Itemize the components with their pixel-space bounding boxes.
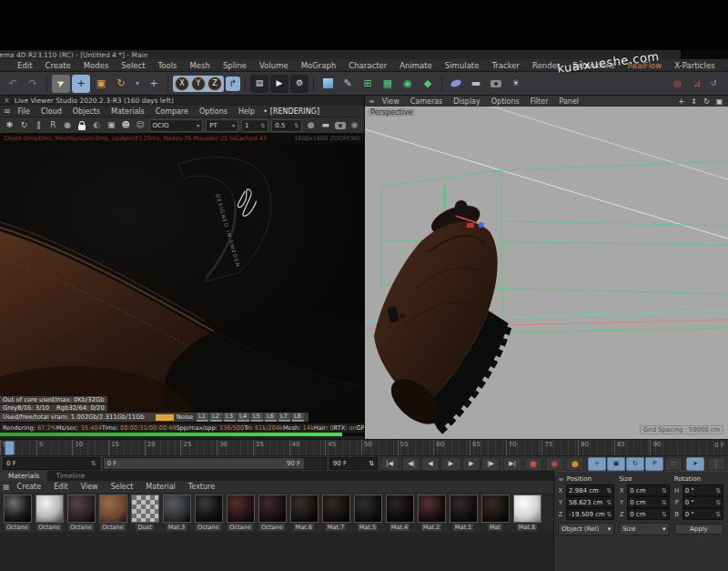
material-thumbnail[interactable] bbox=[450, 495, 478, 523]
material-item[interactable]: Octane bbox=[2, 495, 33, 531]
live-viewer-menu-item[interactable]: Cloud bbox=[35, 107, 67, 116]
material-thumbnail[interactable] bbox=[35, 495, 64, 523]
camera-button[interactable] bbox=[487, 75, 505, 93]
reset-psr-icon[interactable]: ↺ bbox=[708, 75, 719, 93]
material-menu-item[interactable]: Select bbox=[105, 483, 140, 491]
keying-states-icon[interactable]: ⋮ bbox=[707, 457, 725, 471]
material-menu-item[interactable]: View bbox=[75, 483, 105, 491]
live-viewer-menu-item[interactable]: File bbox=[13, 107, 35, 116]
menu-item[interactable]: Create bbox=[38, 61, 76, 70]
reset-render-icon[interactable]: R bbox=[47, 119, 59, 132]
lv-filmstrip-icon[interactable]: ▬ bbox=[319, 119, 331, 132]
material-thumbnail[interactable] bbox=[227, 495, 255, 523]
dolly-view-icon[interactable]: ↕ bbox=[689, 97, 699, 107]
material-thumbnail[interactable] bbox=[258, 495, 287, 523]
viewport-menu-item[interactable]: Options bbox=[486, 97, 525, 106]
render-preview-area[interactable]: DESIGNED IN SWEDEN Out of core used/max:… bbox=[0, 144, 364, 423]
preview-range-fill[interactable]: 0 F 90 F bbox=[104, 458, 304, 469]
kernel-ball-icon[interactable]: ● bbox=[62, 119, 74, 132]
scale-tool[interactable]: ▣ bbox=[92, 75, 110, 93]
material-menu-item[interactable]: Create bbox=[11, 483, 48, 491]
menu-item[interactable]: Mesh bbox=[184, 61, 217, 70]
timeline-tick[interactable]: 65 bbox=[470, 440, 506, 455]
key-position-toggle[interactable]: + bbox=[588, 457, 606, 471]
material-item[interactable]: Mat.1 bbox=[448, 495, 479, 531]
menu-item[interactable]: Character bbox=[342, 61, 393, 70]
render-settings-button[interactable]: ⚙ bbox=[290, 75, 308, 93]
timeline-tick[interactable]: 40 bbox=[289, 440, 326, 455]
apply-button[interactable]: Apply bbox=[674, 524, 723, 535]
simulate-icon[interactable]: ◉ bbox=[399, 75, 417, 93]
material-thumbnail[interactable] bbox=[4, 495, 32, 523]
coordinate-system-button[interactable]: ↱ bbox=[226, 76, 240, 91]
viewport-view-label[interactable]: Perspective bbox=[368, 108, 415, 117]
noise-level-button[interactable]: L7 bbox=[278, 413, 290, 422]
add-cube-button[interactable] bbox=[318, 75, 337, 93]
add-tool-icon[interactable]: + bbox=[145, 75, 163, 93]
spinner-icon[interactable]: ⇅ bbox=[715, 487, 721, 495]
spinner-icon[interactable]: ⇅ bbox=[662, 511, 667, 518]
pause-render-icon[interactable]: ‖ bbox=[33, 119, 45, 132]
noise-level-button[interactable]: L6 bbox=[265, 413, 277, 422]
material-menu-item[interactable]: Texture bbox=[182, 483, 221, 491]
timeline-tick[interactable]: 75 bbox=[541, 440, 578, 455]
last-tool-icon[interactable]: ▾ bbox=[132, 75, 143, 93]
panel-tab[interactable]: Timeline bbox=[47, 471, 93, 481]
material-thumbnail[interactable] bbox=[481, 495, 510, 523]
live-selection-tool[interactable]: ➤ bbox=[52, 75, 70, 93]
lv-target-icon[interactable]: ◉ bbox=[349, 119, 360, 132]
key-rotation-toggle[interactable]: ↻ bbox=[626, 457, 644, 471]
size-mode-dropdown[interactable]: Size ▾ bbox=[619, 523, 669, 535]
menu-item[interactable]: Edit bbox=[11, 61, 38, 70]
size-field[interactable]: 0 cm ⇅ bbox=[627, 484, 669, 496]
goto-end-button[interactable]: ▶| bbox=[503, 457, 521, 471]
timeline-tick[interactable]: 85 bbox=[614, 440, 651, 455]
material-menu-item[interactable]: Material bbox=[139, 483, 182, 491]
y-axis-lock-button[interactable]: Y bbox=[191, 76, 206, 91]
x-axis-lock-button[interactable]: X bbox=[175, 76, 189, 91]
spinner-icon[interactable]: ⇅ bbox=[606, 511, 612, 518]
noise-level-button[interactable]: L3 bbox=[224, 413, 236, 422]
live-viewer-menu-item[interactable]: Options bbox=[194, 107, 233, 116]
record-button[interactable]: ● bbox=[524, 457, 542, 471]
spinner-icon[interactable]: ⇅ bbox=[606, 487, 612, 495]
material-list-empty-area[interactable] bbox=[0, 533, 553, 571]
move-tool[interactable]: + bbox=[72, 75, 90, 93]
viewport-menu-item[interactable]: Filter bbox=[525, 97, 554, 106]
timeline-ruler[interactable]: 051015202530354045505560657075808590 0 F bbox=[0, 439, 728, 455]
selection-pointer-icon[interactable]: ➤ bbox=[686, 457, 704, 471]
live-viewer-menu-item[interactable]: Compare bbox=[150, 107, 194, 116]
clay-mode-icon[interactable]: ◐ bbox=[91, 119, 103, 132]
field-icon[interactable]: ◆ bbox=[419, 75, 437, 93]
goto-start-button[interactable]: |◀ bbox=[380, 457, 399, 471]
material-item[interactable]: Octane bbox=[193, 495, 224, 531]
timeline-tick[interactable]: 30 bbox=[217, 440, 253, 455]
lv-camera-icon[interactable] bbox=[334, 119, 346, 132]
menu-item[interactable]: X-Particles bbox=[668, 61, 721, 70]
timeline-tick[interactable]: 80 bbox=[578, 440, 614, 455]
noise-level-button[interactable]: L8 bbox=[292, 413, 304, 422]
viewport-menu-item[interactable]: View bbox=[377, 97, 405, 106]
size-field[interactable]: 0 cm ⇅ bbox=[627, 496, 669, 508]
viewport-menu-item[interactable]: Display bbox=[448, 97, 486, 106]
samples-spinner[interactable]: 1 ⇅ bbox=[241, 119, 268, 132]
panel-tab[interactable]: Materials bbox=[0, 471, 47, 481]
timeline-tick[interactable]: 20 bbox=[145, 440, 181, 455]
material-item[interactable]: Mat.5 bbox=[352, 495, 383, 531]
rotation-field[interactable]: 0 ° ⇅ bbox=[682, 496, 723, 508]
timeline-tick[interactable]: 25 bbox=[180, 440, 217, 455]
key-scale-toggle[interactable]: ▣ bbox=[607, 457, 625, 471]
position-field[interactable]: 2.984 cm ⇅ bbox=[566, 484, 614, 496]
spinner-icon[interactable]: ⇅ bbox=[662, 499, 667, 506]
close-icon[interactable]: × bbox=[4, 97, 10, 105]
material-thumbnail[interactable] bbox=[163, 495, 191, 523]
timeline-tick[interactable]: 10 bbox=[72, 440, 108, 455]
spinner-icon[interactable]: ⇅ bbox=[369, 460, 374, 467]
live-viewer-title-bar[interactable]: × Live Viewer Studio 2020.2.3-R3 (160 da… bbox=[0, 96, 364, 106]
render-view-button[interactable]: ▤ bbox=[250, 75, 268, 93]
menu-item[interactable]: Simulate bbox=[439, 61, 486, 70]
spinner-icon[interactable]: ⇅ bbox=[715, 499, 721, 506]
undo-icon[interactable]: ↶ bbox=[4, 75, 22, 93]
material-thumbnail[interactable] bbox=[322, 495, 350, 523]
timeline-tick[interactable]: 45 bbox=[325, 440, 361, 455]
